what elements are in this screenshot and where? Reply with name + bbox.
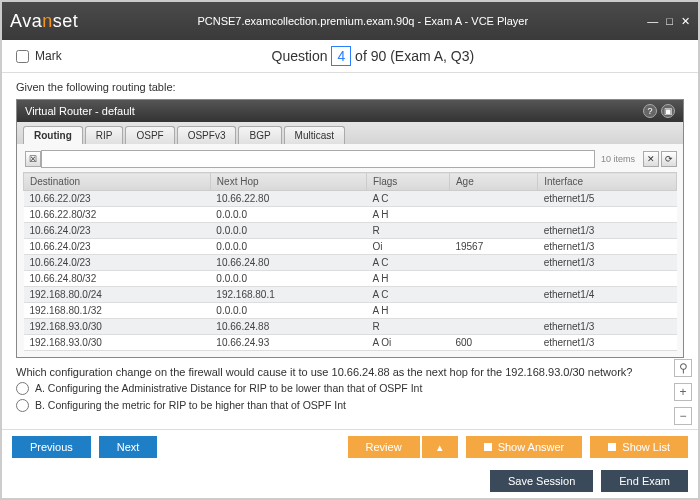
- table-cell: 0.0.0.0: [210, 239, 366, 255]
- table-row[interactable]: 10.66.22.80/320.0.0.0A H: [24, 207, 677, 223]
- column-header[interactable]: Age: [449, 173, 537, 191]
- table-cell: ethernet1/5: [538, 191, 677, 207]
- table-cell: 0.0.0.0: [210, 207, 366, 223]
- table-cell: ethernet1/3: [538, 335, 677, 351]
- items-count: 10 items: [595, 154, 641, 164]
- tab-rip[interactable]: RIP: [85, 126, 124, 144]
- router-title: Virtual Router - default: [25, 105, 135, 117]
- table-cell: 192.168.93.0/30: [24, 335, 211, 351]
- table-cell: 10.66.22.0/23: [24, 191, 211, 207]
- review-dropdown-icon[interactable]: ▴: [422, 436, 458, 458]
- table-cell: ethernet1/3: [538, 255, 677, 271]
- save-session-button[interactable]: Save Session: [490, 470, 593, 492]
- option-a[interactable]: A. Configuring the Administrative Distan…: [16, 382, 684, 395]
- table-cell: 192.168.93.0/30: [24, 319, 211, 335]
- option-a-radio[interactable]: [16, 382, 29, 395]
- table-cell: Oi: [366, 239, 449, 255]
- clear-icon[interactable]: ☒: [25, 151, 41, 167]
- table-cell: [449, 271, 537, 287]
- routing-table: DestinationNext HopFlagsAgeInterface 10.…: [23, 172, 677, 351]
- table-cell: [449, 207, 537, 223]
- table-cell: 10.66.24.93: [210, 335, 366, 351]
- table-cell: 19567: [449, 239, 537, 255]
- zoom-controls: ⚲ + −: [674, 359, 692, 425]
- table-row[interactable]: 192.168.80.0/24192.168.80.1A Cethernet1/…: [24, 287, 677, 303]
- search-input[interactable]: [41, 150, 595, 168]
- stop-icon: [608, 443, 616, 451]
- table-row[interactable]: 10.66.24.0/230.0.0.0Oi19567ethernet1/3: [24, 239, 677, 255]
- zoom-reset-icon[interactable]: ⚲: [674, 359, 692, 377]
- table-cell: [538, 271, 677, 287]
- table-row[interactable]: 192.168.93.0/3010.66.24.88Rethernet1/3: [24, 319, 677, 335]
- tab-multicast[interactable]: Multicast: [284, 126, 345, 144]
- minimize-icon[interactable]: —: [647, 15, 658, 28]
- question-number: 4: [331, 46, 351, 66]
- table-cell: A H: [366, 271, 449, 287]
- close-icon[interactable]: ✕: [681, 15, 690, 28]
- option-b-radio[interactable]: [16, 399, 29, 412]
- table-cell: 10.66.22.80: [210, 191, 366, 207]
- window-title: PCNSE7.examcollection.premium.exam.90q -…: [78, 15, 647, 27]
- tab-bgp[interactable]: BGP: [238, 126, 281, 144]
- table-cell: 192.168.80.1/32: [24, 303, 211, 319]
- question-bar: Mark Question 4 of 90 (Exam A, Q3): [2, 40, 698, 73]
- column-header[interactable]: Next Hop: [210, 173, 366, 191]
- table-cell: ethernet1/4: [538, 287, 677, 303]
- stop-icon: [484, 443, 492, 451]
- table-cell: [449, 223, 537, 239]
- router-panel-header: Virtual Router - default ? ▣: [17, 100, 683, 122]
- question-text-2: Which configuration change on the firewa…: [16, 366, 684, 378]
- show-list-button[interactable]: Show List: [590, 436, 688, 458]
- table-cell: [538, 303, 677, 319]
- column-header[interactable]: Destination: [24, 173, 211, 191]
- zoom-out-icon[interactable]: −: [674, 407, 692, 425]
- table-cell: 600: [449, 335, 537, 351]
- refresh-icon[interactable]: ⟳: [661, 151, 677, 167]
- table-row[interactable]: 192.168.80.1/320.0.0.0A H: [24, 303, 677, 319]
- clear-search-icon[interactable]: ✕: [643, 151, 659, 167]
- tab-routing[interactable]: Routing: [23, 126, 83, 144]
- table-cell: 0.0.0.0: [210, 271, 366, 287]
- table-cell: 10.66.24.88: [210, 319, 366, 335]
- previous-button[interactable]: Previous: [12, 436, 91, 458]
- table-cell: A C: [366, 255, 449, 271]
- tab-ospfv3[interactable]: OSPFv3: [177, 126, 237, 144]
- table-cell: 0.0.0.0: [210, 223, 366, 239]
- maximize-icon[interactable]: □: [666, 15, 673, 28]
- tab-ospf[interactable]: OSPF: [125, 126, 174, 144]
- table-cell: 10.66.24.80/32: [24, 271, 211, 287]
- mark-label: Mark: [35, 49, 62, 63]
- window-controls: — □ ✕: [647, 15, 690, 28]
- question-text: Given the following routing table:: [16, 81, 684, 93]
- option-b-label: B. Configuring the metric for RIP to be …: [35, 399, 346, 411]
- router-panel: Virtual Router - default ? ▣ RoutingRIPO…: [16, 99, 684, 358]
- help-icon[interactable]: ?: [643, 104, 657, 118]
- option-b[interactable]: B. Configuring the metric for RIP to be …: [16, 399, 684, 412]
- column-header[interactable]: Flags: [366, 173, 449, 191]
- table-cell: 10.66.24.80: [210, 255, 366, 271]
- column-header[interactable]: Interface: [538, 173, 677, 191]
- end-exam-button[interactable]: End Exam: [601, 470, 688, 492]
- app-logo: Avanset: [10, 11, 78, 32]
- close-panel-icon[interactable]: ▣: [661, 104, 675, 118]
- table-row[interactable]: 192.168.93.0/3010.66.24.93A Oi600etherne…: [24, 335, 677, 351]
- footer-secondary: Save Session End Exam: [2, 464, 698, 498]
- table-cell: R: [366, 319, 449, 335]
- table-cell: [449, 191, 537, 207]
- table-cell: ethernet1/3: [538, 239, 677, 255]
- mark-checkbox[interactable]: [16, 50, 29, 63]
- search-row: ☒ 10 items ✕ ⟳: [23, 150, 677, 168]
- table-row[interactable]: 10.66.24.0/2310.66.24.80A Cethernet1/3: [24, 255, 677, 271]
- review-button[interactable]: Review: [348, 436, 420, 458]
- table-row[interactable]: 10.66.24.0/230.0.0.0Rethernet1/3: [24, 223, 677, 239]
- table-row[interactable]: 10.66.24.80/320.0.0.0A H: [24, 271, 677, 287]
- table-cell: 10.66.24.0/23: [24, 255, 211, 271]
- show-answer-button[interactable]: Show Answer: [466, 436, 583, 458]
- title-bar: Avanset PCNSE7.examcollection.premium.ex…: [2, 2, 698, 40]
- zoom-in-icon[interactable]: +: [674, 383, 692, 401]
- next-button[interactable]: Next: [99, 436, 158, 458]
- table-cell: [538, 207, 677, 223]
- table-cell: ethernet1/3: [538, 223, 677, 239]
- content-area: Given the following routing table: Virtu…: [2, 73, 698, 429]
- table-row[interactable]: 10.66.22.0/2310.66.22.80A Cethernet1/5: [24, 191, 677, 207]
